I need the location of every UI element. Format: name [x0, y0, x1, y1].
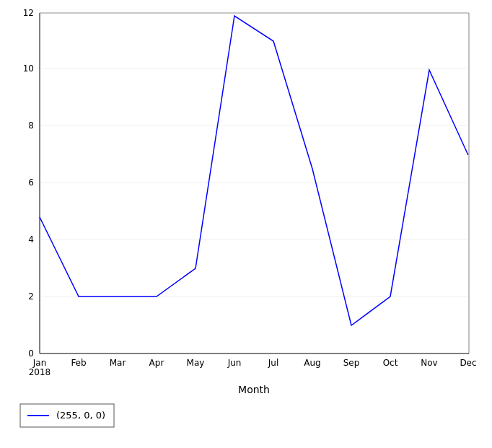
y-tick-2: 2	[28, 291, 34, 302]
line-chart: 0 2 4 6 8 10 12 Jan 2018 Feb Mar Apr May…	[0, 0, 492, 448]
x-tick-dec: Dec	[460, 358, 476, 368]
legend-label: (255, 0, 0)	[56, 410, 105, 421]
chart-container: 0 2 4 6 8 10 12 Jan 2018 Feb Mar Apr May…	[0, 0, 492, 448]
y-tick-12: 12	[23, 8, 34, 18]
x-tick-sep: Sep	[343, 358, 360, 368]
y-tick-6: 6	[28, 177, 34, 188]
x-tick-aug: Aug	[304, 358, 320, 368]
x-axis-label: Month	[238, 384, 270, 395]
x-tick-nov: Nov	[421, 358, 437, 368]
y-tick-4: 4	[28, 234, 34, 245]
y-tick-8: 8	[28, 120, 34, 131]
x-tick-jun: Jun	[227, 358, 242, 368]
data-line	[40, 16, 468, 325]
x-tick-oct: Oct	[383, 358, 398, 368]
x-tick-jan: Jan	[32, 358, 47, 368]
x-tick-may: May	[187, 358, 205, 368]
x-tick-feb: Feb	[71, 358, 86, 368]
x-tick-mar: Mar	[110, 358, 126, 368]
x-tick-apr: Apr	[149, 358, 164, 368]
y-tick-0: 0	[28, 348, 34, 359]
x-tick-jul: Jul	[268, 358, 278, 368]
y-tick-10: 10	[23, 63, 34, 74]
x-tick-2018: 2018	[29, 367, 51, 377]
